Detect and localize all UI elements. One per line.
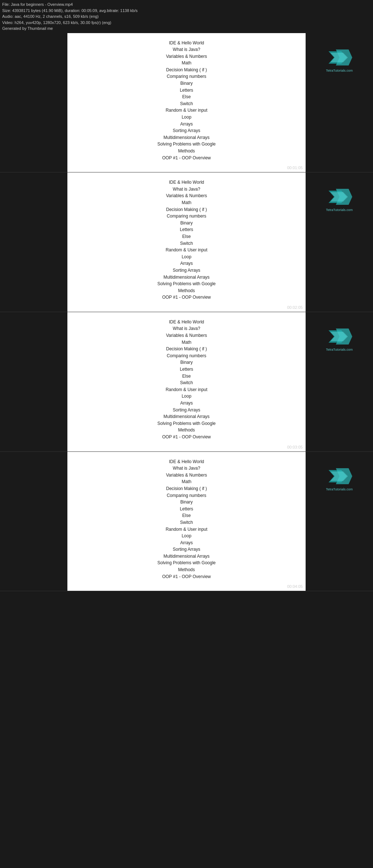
list-item: Switch [71, 100, 302, 107]
list-item: Comparing numbers [71, 353, 302, 359]
file-info-line1: File: Java for beginners - Overview.mp4 [2, 1, 371, 8]
list-item: Variables & Numbers [71, 192, 302, 199]
list-item: Random & User input [71, 386, 302, 393]
list-item: OOP #1 - OOP Overview [71, 155, 302, 162]
thumb-left-2 [0, 172, 67, 312]
list-item: OOP #1 - OOP Overview [71, 294, 302, 301]
thumb-right-4: TetraTutorials.com [306, 452, 373, 591]
thumb-content-3: IDE & Hello WorldWhat is Java?Variables … [67, 312, 306, 451]
list-item: Methods [71, 287, 302, 294]
logo-text: TetraTutorials.com [326, 69, 353, 72]
file-info-line4: Video: h264, yuv420p, 1280x720, 623 kb/s… [2, 20, 371, 26]
timestamp-3: 00:03:05 [287, 445, 303, 449]
timestamp-1: 00:01:05 [287, 166, 303, 170]
list-item: Binary [71, 359, 302, 366]
list-item: Else [71, 512, 302, 519]
list-item: Else [71, 373, 302, 380]
file-info-line3: Audio: aac, 44100 Hz, 2 channels, s16, 5… [2, 13, 371, 20]
list-item: OOP #1 - OOP Overview [71, 573, 302, 580]
list-item: Solving Problems with Google [71, 560, 302, 566]
list-item: What is Java? [71, 325, 302, 332]
course-list: IDE & Hello WorldWhat is Java?Variables … [71, 319, 302, 441]
list-item: Sorting Arrays [71, 127, 302, 134]
list-item: Math [71, 339, 302, 346]
list-item: Arrays [71, 121, 302, 128]
list-item: What is Java? [71, 46, 302, 53]
list-item: Binary [71, 499, 302, 506]
file-info-line5: Generated by Thumbnail me [2, 25, 371, 32]
logo-text: TetraTutorials.com [326, 348, 353, 351]
thumb-right-2: TetraTutorials.com [306, 172, 373, 312]
list-item: Math [71, 478, 302, 485]
list-item: Letters [71, 366, 302, 373]
timestamp-4: 00:04:05 [287, 584, 303, 589]
thumb-right-3: TetraTutorials.com [306, 312, 373, 451]
list-item: Methods [71, 566, 302, 573]
list-item: Arrays [71, 400, 302, 407]
list-item: Switch [71, 519, 302, 526]
list-item: IDE & Hello World [71, 319, 302, 326]
list-item: Math [71, 199, 302, 206]
course-list: IDE & Hello WorldWhat is Java?Variables … [71, 458, 302, 580]
list-item: Math [71, 60, 302, 67]
list-item: Variables & Numbers [71, 53, 302, 60]
list-item: Letters [71, 226, 302, 233]
list-item: Random & User input [71, 247, 302, 254]
thumbnail-row-2: IDE & Hello WorldWhat is Java?Variables … [0, 172, 373, 312]
list-item: IDE & Hello World [71, 40, 302, 47]
list-item: Comparing numbers [71, 492, 302, 499]
file-info: File: Java for beginners - Overview.mp4 … [0, 0, 373, 33]
list-item: Decision Making ( if ) [71, 485, 302, 492]
list-item: Multidimensional Arrays [71, 274, 302, 281]
course-list: IDE & Hello WorldWhat is Java?Variables … [71, 40, 302, 162]
list-item: Sorting Arrays [71, 407, 302, 414]
list-item: Decision Making ( if ) [71, 206, 302, 213]
list-item: Loop [71, 114, 302, 121]
list-item: Variables & Numbers [71, 332, 302, 339]
list-item: Loop [71, 254, 302, 260]
list-item: Switch [71, 240, 302, 247]
course-list: IDE & Hello WorldWhat is Java?Variables … [71, 179, 302, 301]
thumb-content-2: IDE & Hello WorldWhat is Java?Variables … [67, 172, 306, 312]
list-item: Loop [71, 533, 302, 539]
list-item: What is Java? [71, 186, 302, 193]
list-item: OOP #1 - OOP Overview [71, 434, 302, 441]
list-item: Solving Problems with Google [71, 420, 302, 427]
list-item: Letters [71, 506, 302, 513]
list-item: Methods [71, 148, 302, 155]
list-item: Random & User input [71, 526, 302, 533]
list-item: Sorting Arrays [71, 546, 302, 553]
list-item: Letters [71, 87, 302, 94]
thumb-left-1 [0, 33, 67, 172]
list-item: Multidimensional Arrays [71, 413, 302, 420]
list-item: Methods [71, 427, 302, 434]
list-item: Else [71, 93, 302, 100]
thumb-left-3 [0, 312, 67, 451]
list-item: Multidimensional Arrays [71, 553, 302, 560]
list-item: Arrays [71, 539, 302, 546]
list-item: IDE & Hello World [71, 179, 302, 186]
logo-text: TetraTutorials.com [326, 208, 353, 212]
list-item: Switch [71, 379, 302, 386]
list-item: Else [71, 233, 302, 240]
list-item: Solving Problems with Google [71, 141, 302, 148]
timestamp-2: 00:02:05 [287, 305, 303, 310]
list-item: Arrays [71, 260, 302, 267]
thumb-content-1: IDE & Hello WorldWhat is Java?Variables … [67, 33, 306, 172]
file-info-line2: Size: 43938171 bytes (41.90 MiB), durati… [2, 8, 371, 14]
list-item: Random & User input [71, 107, 302, 114]
list-item: Decision Making ( if ) [71, 346, 302, 353]
list-item: Sorting Arrays [71, 267, 302, 274]
list-item: Comparing numbers [71, 73, 302, 80]
list-item: Solving Problems with Google [71, 280, 302, 287]
list-item: Binary [71, 220, 302, 227]
thumb-content-4: IDE & Hello WorldWhat is Java?Variables … [67, 452, 306, 591]
thumb-left-4 [0, 452, 67, 591]
list-item: IDE & Hello World [71, 458, 302, 465]
logo-text: TetraTutorials.com [326, 487, 353, 491]
list-item: Loop [71, 393, 302, 400]
list-item: Multidimensional Arrays [71, 134, 302, 141]
list-item: Variables & Numbers [71, 472, 302, 479]
list-item: Decision Making ( if ) [71, 67, 302, 73]
list-item: What is Java? [71, 465, 302, 472]
